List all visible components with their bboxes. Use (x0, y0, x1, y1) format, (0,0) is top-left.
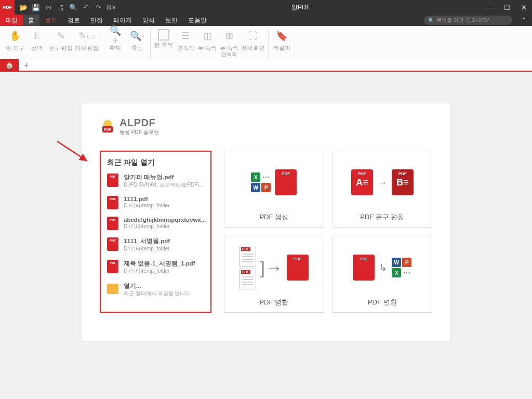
fullscreen-icon: ⛶ (246, 29, 260, 44)
menu-forms[interactable]: 양식 (137, 15, 160, 26)
menu-edit[interactable]: 편집 (85, 15, 108, 26)
menu-home[interactable]: 홈 (23, 15, 39, 26)
window-controls: — ☐ ✕ (482, 0, 532, 15)
open-hint: 최근 폴더에서 파일을 엽니다. (124, 290, 192, 297)
two-page-icon: ◫ (200, 29, 215, 44)
recent-file-item[interactable]: 1111.pdf D:\기타\temp_folder (107, 196, 204, 209)
new-tab-button[interactable]: ＋ (19, 59, 33, 71)
recent-files-panel: 최근 파일 열기 알키퍼 매뉴얼.pdf D:\PD SVN\01. 프로젝트\… (100, 151, 211, 313)
search-icon[interactable]: 🔍 (69, 3, 78, 12)
zoom-out-label: 축소 (131, 45, 143, 51)
folder-icon (107, 284, 118, 294)
single-page-button[interactable]: 한 쪽씩 (153, 27, 175, 59)
minimize-button[interactable]: — (482, 0, 499, 15)
pdf-file-icon (107, 260, 118, 273)
collapse-ribbon-button[interactable]: ⌃ (515, 15, 532, 26)
hand-icon: ✋ (8, 29, 22, 44)
recent-file-item[interactable]: abcdefghijklmnopqrxtuvwx... D:\기타\temp_f… (107, 217, 204, 230)
home-tab[interactable]: 🏠 (0, 59, 19, 71)
bookmark-button[interactable]: 🔖 책갈피 (271, 27, 292, 59)
open-icon[interactable]: 📂 (19, 3, 28, 12)
redo-icon[interactable]: ↷ (94, 3, 103, 12)
edit-object-label: 개체 편집 (75, 45, 99, 51)
ribbon: ✋ 손 도구 I⃞ 선택 ✎ 문구 편집 ✎▭ 개체 편집 🔍+ 확대 🔍- 축… (0, 26, 532, 59)
edit-text-button[interactable]: ✎ 문구 편집 (48, 27, 74, 59)
menu-view[interactable]: 보기 (39, 15, 62, 26)
two-page-continuous-label: 두 쪽씩 (220, 45, 238, 51)
ribbon-group-bookmark: 🔖 책갈피 (269, 27, 295, 59)
two-page-continuous-button[interactable]: ⊞ 두 쪽씩 연속적 (218, 27, 240, 59)
undo-icon[interactable]: ↶ (81, 3, 90, 12)
recent-file-item[interactable]: 제목 없음-1_서명됨_1.pdf D:\기타\temp_folder (107, 260, 204, 275)
open-file-item[interactable]: 열기... 최근 폴더에서 파일을 엽니다. (107, 282, 204, 297)
two-page-continuous-icon: ⊞ (222, 29, 236, 44)
tile-merge-pdf[interactable]: ]→ PDF 병합 (224, 236, 324, 313)
doc-icon (240, 246, 256, 267)
workspace: PDF ALPDF 통합 PDF 솔루션 최근 파일 열기 알키퍼 매뉴얼.pd… (0, 72, 532, 399)
app-logo-icon: PDF (100, 119, 115, 135)
recent-file-path: D:\PD SVN\01. 프로젝트\알PDF\... (124, 181, 203, 189)
pdf-icon (275, 169, 297, 195)
menu-security[interactable]: 보안 (160, 15, 183, 26)
print-icon[interactable]: 🖨 (56, 3, 65, 12)
menu-file[interactable]: 파일 (0, 15, 23, 26)
office-icons: X⋯ WP (251, 172, 271, 192)
pdf-icon (353, 255, 375, 281)
zoom-in-icon: 🔍+ (108, 29, 123, 44)
pdf-b-icon: B≡ (392, 169, 414, 195)
continuous-label: 연속적 (177, 45, 194, 51)
close-button[interactable]: ✕ (515, 0, 532, 15)
select-tool-label: 선택 (31, 45, 43, 51)
doc-icon (240, 269, 256, 289)
continuous-icon: ☰ (178, 29, 193, 44)
continuous-button[interactable]: ☰ 연속적 (175, 27, 196, 59)
save-icon[interactable]: 💾 (31, 3, 41, 12)
tile-label: PDF 변환 (368, 295, 397, 308)
zoom-in-label: 확대 (110, 45, 121, 51)
recent-file-name: 제목 없음-1_서명됨_1.pdf (124, 260, 195, 268)
zoom-out-icon: 🔍- (130, 29, 144, 44)
zoom-out-button[interactable]: 🔍- 축소 (126, 27, 148, 59)
hand-tool-label: 손 도구 (6, 45, 24, 51)
edit-object-button[interactable]: ✎▭ 개체 편집 (74, 27, 100, 59)
bookmark-label: 책갈피 (273, 45, 290, 51)
two-page-button[interactable]: ◫ 두 쪽씩 (196, 27, 218, 59)
hand-tool-button[interactable]: ✋ 손 도구 (4, 27, 26, 59)
menu-help[interactable]: 도움말 (183, 15, 212, 26)
tile-label: PDF 생성 (259, 209, 288, 223)
window-title: 알PDF (119, 3, 482, 12)
email-icon[interactable]: ✉ (44, 3, 53, 12)
open-label: 열기... (124, 282, 192, 290)
tile-label: PDF 병합 (259, 295, 288, 308)
fullscreen-label: 전체 화면 (241, 45, 265, 51)
callout-arrow (55, 139, 91, 165)
pdf-file-icon (107, 217, 118, 230)
merge-bracket-icon: ]→ (260, 258, 283, 278)
select-tool-button[interactable]: I⃞ 선택 (26, 27, 48, 59)
tile-edit-text[interactable]: A≡ → B≡ PDF 문구 편집 (332, 151, 433, 228)
action-tiles: X⋯ WP PDF 생성 A≡ → B≡ PDF 문구 편집 (224, 151, 432, 313)
ribbon-group-layout: 한 쪽씩 ☰ 연속적 ◫ 두 쪽씩 ⊞ 두 쪽씩 연속적 ⛶ 전체 화면 (151, 27, 269, 59)
menu-page[interactable]: 페이지 (108, 15, 137, 26)
recent-file-path: D:\기타\temp_folder (124, 223, 206, 230)
tile-convert-pdf[interactable]: ↳ WP X⋯ PDF 변환 (332, 236, 433, 313)
fullscreen-button[interactable]: ⛶ 전체 화면 (240, 27, 266, 59)
maximize-button[interactable]: ☐ (499, 0, 515, 15)
recent-file-item[interactable]: 1111_서명됨.pdf D:\기타\temp_folder (107, 237, 204, 252)
recent-file-name: 알키퍼 매뉴얼.pdf (124, 174, 203, 181)
edit-object-icon: ✎▭ (79, 29, 94, 44)
arrow-right-icon: → (377, 177, 388, 189)
two-page-continuous-sub: 연속적 (221, 51, 237, 57)
search-field-icon: 🔍 (428, 18, 434, 23)
start-panel: PDF ALPDF 통합 PDF 솔루션 최근 파일 열기 알키퍼 매뉴얼.pd… (82, 103, 450, 342)
recent-file-item[interactable]: 알키퍼 매뉴얼.pdf D:\PD SVN\01. 프로젝트\알PDF\... (107, 174, 204, 189)
settings-icon[interactable]: ⚙▾ (106, 3, 115, 12)
edit-text-label: 문구 편집 (49, 45, 73, 51)
single-page-label: 한 쪽씩 (154, 42, 173, 48)
tile-create-pdf[interactable]: X⋯ WP PDF 생성 (224, 151, 324, 228)
ribbon-search[interactable]: 🔍 무엇을 하고 싶으세요? (424, 16, 512, 25)
menu-review[interactable]: 검토 (62, 15, 85, 26)
pdf-file-icon (107, 237, 118, 251)
single-page-icon (158, 29, 169, 41)
zoom-in-button[interactable]: 🔍+ 확대 (104, 27, 126, 59)
